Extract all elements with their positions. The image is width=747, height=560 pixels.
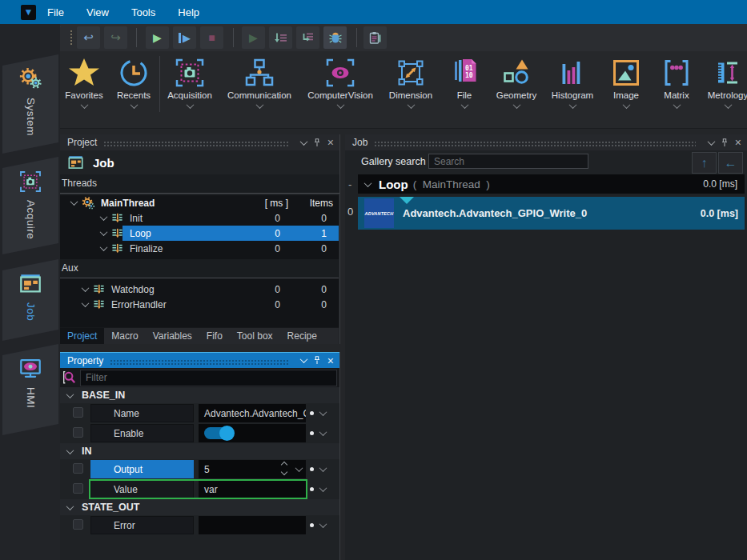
loop-group-row[interactable]: Loop ( MainThread ) 0.0 [ms] — [358, 174, 745, 194]
chevron-down-icon[interactable] — [255, 101, 263, 109]
menu-help[interactable]: Help — [167, 0, 211, 24]
name-checkbox[interactable] — [73, 407, 83, 418]
name-value-field[interactable]: Advantech.Advantech_G — [199, 404, 306, 422]
panel-drag-texture[interactable] — [110, 359, 287, 366]
sidebar-tab-system[interactable]: System — [2, 54, 58, 154]
run-button[interactable]: ▶ — [146, 26, 169, 49]
pin-icon[interactable] — [313, 355, 321, 366]
enable-checkbox[interactable] — [73, 427, 83, 438]
chevron-down-icon[interactable] — [295, 464, 303, 472]
binding-dot-icon[interactable] — [310, 487, 314, 491]
chevron-down-icon[interactable] — [319, 520, 327, 528]
tab-macro[interactable]: Macro — [104, 328, 145, 344]
chevron-down-icon[interactable] — [66, 502, 74, 510]
debug-button[interactable] — [323, 26, 347, 49]
chevron-down-icon[interactable] — [100, 213, 108, 221]
undo-button[interactable]: ↩ — [77, 26, 100, 49]
section-in[interactable]: IN — [60, 443, 339, 459]
binding-dot-icon[interactable] — [310, 467, 314, 471]
binding-dot-icon[interactable] — [310, 411, 314, 415]
step-into-button[interactable] — [269, 26, 292, 49]
chevron-down-icon[interactable] — [186, 101, 194, 109]
chevron-down-icon[interactable] — [512, 101, 520, 109]
gallery-item-image[interactable]: Image — [600, 51, 652, 109]
sidebar-tab-acquire[interactable]: Acquire — [2, 157, 58, 254]
tab-toolbox[interactable]: Tool box — [230, 328, 280, 344]
chevron-down-icon[interactable] — [301, 358, 307, 363]
gallery-item-dimension[interactable]: Dimension — [381, 51, 440, 109]
chevron-down-icon[interactable] — [100, 243, 108, 251]
chevron-down-icon[interactable] — [622, 101, 630, 109]
filter-input[interactable] — [80, 370, 337, 386]
menu-view[interactable]: View — [75, 0, 120, 24]
gallery-item-histogram[interactable]: Histogram — [544, 51, 600, 109]
chevron-down-icon[interactable] — [568, 101, 576, 109]
menu-file[interactable]: File — [36, 0, 75, 24]
chevron-down-icon[interactable] — [301, 140, 307, 146]
thread-row-loop[interactable]: Loop 0 1 — [60, 226, 339, 241]
paste-button[interactable] — [363, 26, 387, 49]
section-state-out[interactable]: STATE_OUT — [60, 499, 339, 515]
chevron-down-icon[interactable] — [407, 101, 415, 109]
chevron-down-icon[interactable] — [319, 408, 327, 416]
panel-drag-texture[interactable] — [103, 141, 287, 147]
chevron-down-icon[interactable] — [364, 179, 372, 187]
project-panel-header[interactable]: Project × — [60, 134, 339, 150]
output-checkbox[interactable] — [73, 463, 83, 474]
gallery-search-input[interactable] — [428, 154, 588, 169]
chevron-down-icon[interactable] — [709, 140, 714, 146]
error-checkbox[interactable] — [73, 519, 83, 530]
tab-variables[interactable]: Variables — [146, 328, 199, 344]
step-button[interactable]: ▶ — [173, 26, 196, 49]
gallery-item-matrix[interactable]: Matrix — [652, 51, 701, 109]
chevron-down-icon[interactable] — [336, 101, 344, 109]
job-item-row[interactable]: ADVANTECH Advantech.Advantech_GPIO_Write… — [358, 197, 745, 230]
chevron-down-icon[interactable] — [82, 299, 90, 307]
toggle-knob[interactable] — [219, 426, 235, 441]
chevron-down-icon[interactable] — [80, 101, 88, 109]
number-stepper[interactable] — [282, 462, 287, 474]
stop-button[interactable]: ■ — [200, 26, 223, 49]
job-panel-header[interactable]: Job × — [345, 134, 747, 150]
chevron-down-icon[interactable] — [70, 198, 78, 206]
thread-row-mainthread[interactable]: MainThread [ ms ] Items — [60, 195, 339, 210]
chevron-down-icon[interactable] — [100, 228, 108, 236]
close-icon[interactable]: × — [327, 137, 334, 148]
chevron-down-icon[interactable] — [130, 101, 138, 109]
navigate-back-button[interactable]: ← — [718, 152, 743, 174]
pin-icon[interactable] — [313, 138, 321, 148]
gallery-item-recents[interactable]: Recents — [108, 51, 159, 109]
menu-tools[interactable]: Tools — [120, 0, 167, 24]
tab-project[interactable]: Project — [60, 328, 104, 344]
section-base-in[interactable]: BASE_IN — [60, 387, 339, 403]
sidebar-tab-hmi[interactable]: HMI — [2, 344, 58, 435]
gallery-item-communication[interactable]: Communication — [219, 51, 299, 109]
tab-fifo[interactable]: Fifo — [199, 328, 230, 344]
panel-drag-texture[interactable] — [374, 141, 695, 147]
chevron-down-icon[interactable] — [82, 284, 90, 292]
value-value-field[interactable]: var — [199, 480, 306, 498]
gallery-item-acquisition[interactable]: Acquisition — [160, 51, 219, 109]
thread-row-errorhandler[interactable]: ErrorHandler 0 0 — [60, 297, 339, 312]
thread-row-watchdog[interactable]: Watchdog 0 0 — [60, 282, 339, 297]
step-out-button[interactable] — [296, 26, 319, 49]
binding-dot-icon[interactable] — [310, 523, 314, 527]
thread-row-init[interactable]: Init 0 0 — [60, 210, 339, 226]
sidebar-tab-job[interactable]: Job — [2, 259, 58, 341]
gallery-item-metrology[interactable]: Metrology — [701, 51, 747, 109]
chevron-down-icon[interactable] — [319, 428, 327, 436]
output-label[interactable]: Output — [90, 460, 194, 478]
toolbar-grip[interactable] — [70, 30, 73, 46]
gallery-item-computervision[interactable]: ComputerVision — [299, 51, 381, 109]
close-icon[interactable]: × — [327, 355, 334, 366]
thread-row-finalize[interactable]: Finalize 0 0 — [60, 241, 339, 256]
tab-recipe[interactable]: Recipe — [280, 328, 324, 344]
chevron-down-icon[interactable] — [319, 464, 327, 472]
chevron-down-icon[interactable] — [66, 446, 74, 454]
property-panel-header[interactable]: Property × — [60, 352, 339, 368]
chevron-down-icon[interactable] — [724, 101, 732, 109]
binding-dot-icon[interactable] — [310, 431, 314, 435]
redo-button[interactable]: ↪ — [104, 26, 127, 49]
gallery-item-favorites[interactable]: Favorites — [60, 51, 108, 109]
output-value-field[interactable]: 5 — [199, 460, 306, 478]
